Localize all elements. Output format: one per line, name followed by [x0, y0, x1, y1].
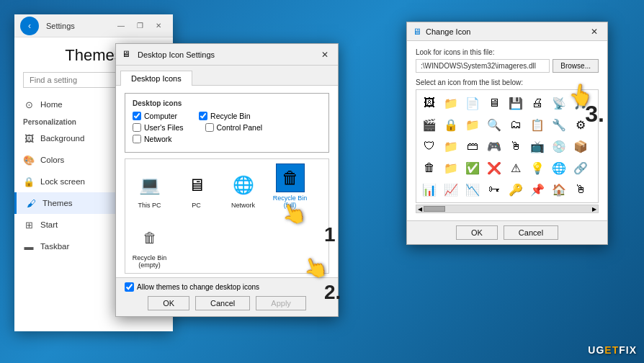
ci-icon-item[interactable]: 🖱 [571, 179, 591, 200]
icon-thispc-label: This PC [138, 202, 161, 209]
settings-titlebar-title: Settings [46, 22, 108, 30]
ci-icon-item[interactable]: 🏠 [549, 179, 569, 200]
checkbox-control-panel[interactable]: Control Panel [205, 123, 263, 132]
sidebar-item-label: Home [40, 100, 63, 109]
ci-icon-item[interactable]: 🎬 [419, 115, 439, 135]
icon-recycle-empty-label: Recycle Bin(empty) [133, 254, 167, 269]
desktop-icon-titlebar: 🖥 Desktop Icon Settings ✕ [116, 44, 338, 66]
checkbox-network[interactable]: Network [133, 135, 172, 143]
ci-icon-item[interactable]: 🖨 [527, 93, 547, 113]
checkbox-row-2: User's Files Control Panel [133, 123, 321, 132]
ci-icon-item[interactable]: 📁 [462, 115, 483, 135]
ci-icon-item[interactable]: 📁 [441, 158, 461, 178]
allow-themes-checkbox[interactable] [125, 282, 134, 292]
desktop-icon-body: Desktop icons Computer Recycle Bin User'… [116, 86, 338, 277]
change-icon-title-icon: 🖥 [413, 27, 421, 37]
ci-icon-item[interactable]: 📋 [527, 115, 547, 135]
ci-icon-item[interactable]: ⚠ [506, 158, 526, 178]
sidebar-item-label: Taskbar [40, 242, 69, 251]
ci-icon-item[interactable]: 🗂 [506, 115, 526, 135]
ci-icon-item[interactable]: 🖥 [484, 93, 504, 113]
checkbox-recycle-bin[interactable]: Recycle Bin [199, 112, 250, 120]
ci-icon-item[interactable]: 🔒 [441, 115, 461, 135]
desktop-icons-group: Desktop icons Computer Recycle Bin User'… [125, 93, 329, 153]
ci-icon-item[interactable]: 📉 [462, 179, 483, 200]
ci-icon-item[interactable]: 🔗 [571, 158, 591, 178]
desktop-icon-title-text: Desktop Icon Settings [138, 50, 318, 59]
icon-item-network[interactable]: 🌐 Network [223, 171, 263, 209]
watermark-fix: FIX [619, 344, 637, 356]
ci-icon-item[interactable]: 🖱 [506, 136, 526, 156]
change-icon-filepath-input[interactable] [416, 59, 550, 73]
ci-icon-item[interactable]: 🔍 [484, 115, 504, 135]
icon-item-recycle-empty[interactable]: 🗑 Recycle Bin(empty) [130, 223, 169, 269]
change-icon-ok-button[interactable]: OK [456, 225, 498, 240]
checkbox-row-1: Computer Recycle Bin [133, 112, 321, 120]
dialog-cancel-button[interactable]: Cancel [195, 296, 250, 310]
ci-icon-item[interactable]: 💡 [527, 158, 547, 178]
ci-icon-item[interactable]: 📄 [462, 93, 483, 113]
ci-icon-item[interactable]: 🔧 [549, 115, 569, 135]
checkbox-control-panel-input[interactable] [205, 123, 214, 132]
checkbox-users-files[interactable]: User's Files [133, 123, 184, 132]
scroll-right-arrow[interactable]: ▶ [592, 206, 596, 212]
checkbox-row-3: Network [133, 135, 321, 143]
change-icon-body: Look for icons in this file: Browse... S… [407, 41, 607, 220]
settings-back-button[interactable]: ‹ [20, 17, 39, 35]
settings-restore-button[interactable]: ❐ [131, 17, 148, 35]
ci-icon-item[interactable]: ✅ [462, 158, 483, 178]
ci-icon-item[interactable]: 🖼 [419, 93, 439, 113]
checkbox-users-files-input[interactable] [133, 123, 141, 132]
ci-icon-item[interactable]: 📁 [441, 93, 461, 113]
change-icon-close-button[interactable]: ✕ [587, 24, 601, 39]
ci-icon-item[interactable]: 🎮 [484, 136, 504, 156]
home-icon: ⊙ [23, 99, 35, 110]
ci-icon-item[interactable]: 📁 [441, 136, 461, 156]
cursor-hand-3: 👆 [566, 81, 595, 109]
ci-icon-item[interactable]: ❌ [484, 158, 504, 178]
sidebar-item-label: Start [40, 220, 58, 229]
settings-minimize-button[interactable]: — [112, 17, 130, 35]
ci-icon-item[interactable]: 🗑 [419, 158, 439, 178]
desktop-icon-title-icon: 🖥 [122, 49, 133, 60]
ci-icon-item[interactable]: 🔑 [506, 179, 526, 200]
icon-recycle-full-img: 🗑 [276, 163, 305, 192]
change-icon-cancel-button[interactable]: Cancel [504, 225, 558, 240]
ci-icon-item[interactable]: 🌐 [549, 158, 569, 178]
change-icon-browse-button[interactable]: Browse... [553, 59, 599, 73]
checkbox-network-input[interactable] [133, 135, 141, 143]
change-icon-file-row: Browse... [416, 59, 599, 73]
ci-icon-item[interactable]: 📊 [419, 179, 439, 200]
ci-icon-item[interactable]: 📦 [571, 136, 591, 156]
icon-item-thispc[interactable]: 💻 This PC [130, 171, 169, 209]
tab-desktop-icons[interactable]: Desktop Icons [120, 71, 192, 86]
checkbox-recycle-bin-input[interactable] [199, 112, 207, 120]
desktop-icon-close-button[interactable]: ✕ [318, 48, 332, 62]
ci-icon-item[interactable]: 🗃 [462, 136, 483, 156]
scroll-left-arrow[interactable]: ◀ [418, 206, 422, 212]
dialog-apply-button[interactable]: Apply [256, 296, 306, 310]
checkbox-users-files-label: User's Files [144, 123, 184, 132]
checkbox-control-panel-label: Control Panel [217, 123, 263, 132]
sidebar-item-label: Background [40, 134, 84, 143]
ci-icon-item[interactable]: 📺 [527, 136, 547, 156]
ci-icon-item[interactable]: 💿 [549, 136, 569, 156]
change-icon-scrollbar[interactable]: ◀ ▶ [416, 205, 599, 213]
sidebar-item-label: Colors [40, 156, 64, 164]
icon-recycle-empty-img: 🗑 [135, 223, 164, 252]
settings-close-button[interactable]: ✕ [150, 17, 167, 35]
ci-icon-item[interactable]: 📈 [441, 179, 461, 200]
icon-thispc-img: 💻 [135, 171, 164, 200]
ci-icon-item[interactable]: 🗝 [484, 179, 504, 200]
dialog-ok-button[interactable]: OK [148, 296, 189, 310]
sidebar-item-label: Themes [43, 199, 73, 207]
scrollbar-thumb[interactable] [424, 206, 445, 212]
change-icon-footer: OK Cancel [407, 220, 607, 244]
checkbox-computer[interactable]: Computer [133, 112, 177, 120]
ci-icon-item[interactable]: 📌 [527, 179, 547, 200]
ci-icon-item[interactable]: 💾 [506, 93, 526, 113]
icon-item-pc[interactable]: 🖥 PC [176, 171, 216, 209]
checkbox-computer-input[interactable] [133, 112, 141, 120]
desktop-icons-group-label: Desktop icons [133, 99, 321, 107]
ci-icon-item[interactable]: 🛡 [419, 136, 439, 156]
